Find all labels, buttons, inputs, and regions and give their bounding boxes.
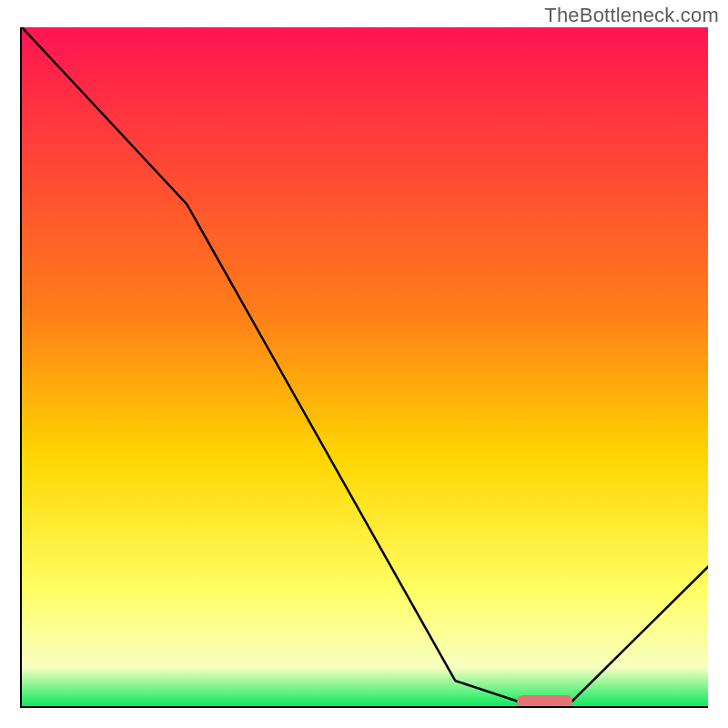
chart-wrapper: TheBottleneck.com [0,0,728,728]
attribution-text: TheBottleneck.com [544,4,719,27]
optimal-range-marker [517,695,572,707]
gradient-background [22,27,708,708]
chart-svg [22,27,708,708]
plot-area [20,27,708,708]
